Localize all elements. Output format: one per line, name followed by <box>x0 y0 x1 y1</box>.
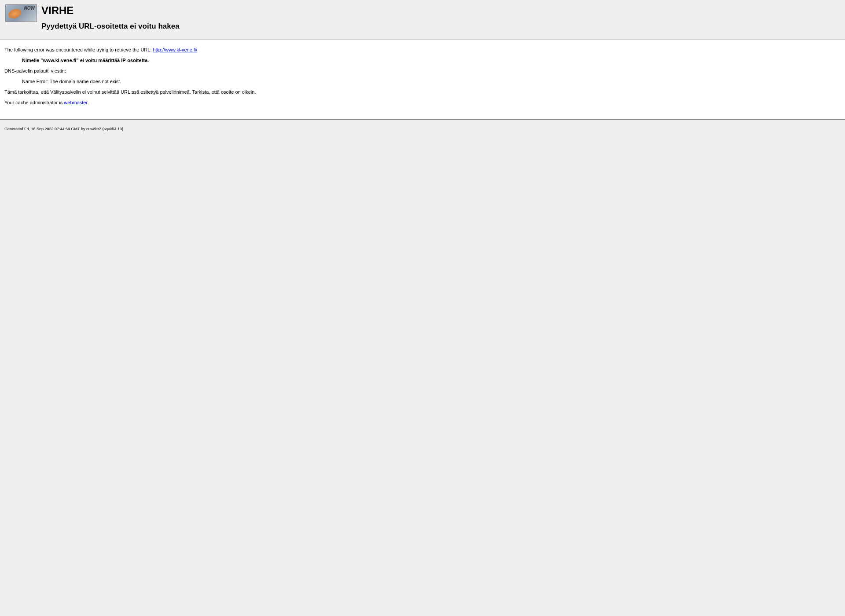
error-header: NOW VIRHE Pyydettyä URL-osoitetta ei voi… <box>0 0 845 35</box>
intro-paragraph: The following error was encountered whil… <box>4 47 841 52</box>
squid-now-icon: NOW <box>5 4 37 22</box>
footer: Generated Fri, 16 Sep 2022 07:44:54 GMT … <box>0 120 845 136</box>
intro-text: The following error was encountered whil… <box>4 47 153 52</box>
admin-period: . <box>88 100 89 105</box>
dns-error-message: Nimelle "www.kl-vene.fi" ei voitu määrit… <box>22 58 841 63</box>
dns-server-label: DNS-palvelin palautti viestin: <box>4 68 841 73</box>
admin-text: Your cache administrator is <box>4 100 64 105</box>
error-subtitle: Pyydettyä URL-osoitetta ei voitu hakea <box>41 22 180 31</box>
header-text-block: VIRHE Pyydettyä URL-osoitetta ei voitu h… <box>41 4 180 31</box>
error-content: The following error was encountered whil… <box>0 40 845 119</box>
admin-paragraph: Your cache administrator is webmaster. <box>4 100 841 105</box>
generated-timestamp: Generated Fri, 16 Sep 2022 07:44:54 GMT … <box>4 127 123 131</box>
error-title: VIRHE <box>41 4 180 17</box>
requested-url-link[interactable]: http://www.kl-vene.fi/ <box>153 47 198 52</box>
explanation-text: Tämä tarkoittaa, että Välityspalvelin ei… <box>4 89 841 95</box>
name-error-message: Name Error: The domain name does not exi… <box>22 79 841 84</box>
icon-label: NOW <box>24 6 35 11</box>
webmaster-link[interactable]: webmaster <box>64 100 87 105</box>
